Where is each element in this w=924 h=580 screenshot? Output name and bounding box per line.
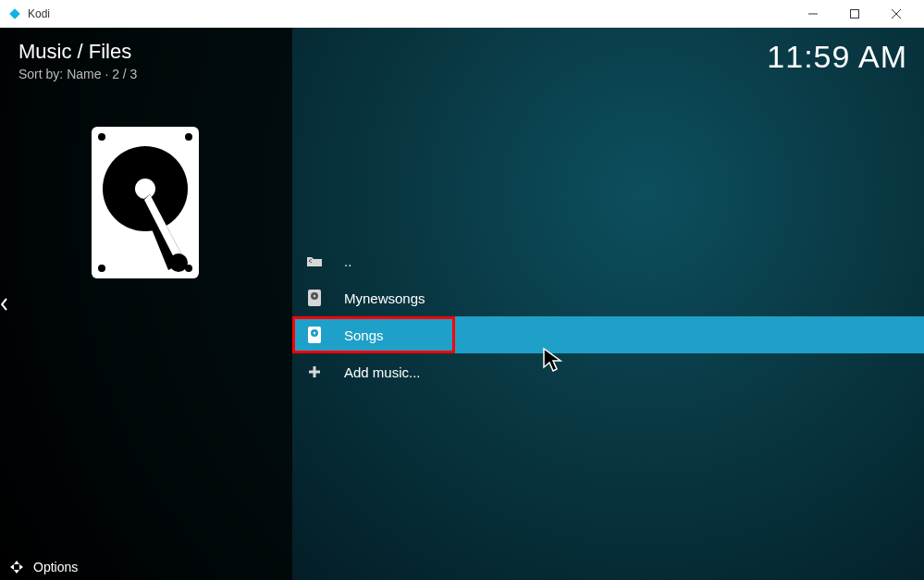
svg-point-6 (185, 133, 192, 141)
svg-rect-1 (850, 9, 858, 18)
list-position: 2 / 3 (112, 67, 137, 81)
close-button[interactable] (875, 0, 917, 28)
sort-label: Sort by: Name (18, 67, 101, 81)
svg-point-10 (135, 179, 155, 199)
list-item-label: Add music... (344, 364, 421, 380)
clock: 11:59 AM (767, 39, 907, 75)
svg-point-5 (98, 133, 105, 141)
list-item-songs[interactable]: Songs (292, 316, 924, 353)
breadcrumb: Music / Files (18, 40, 131, 64)
file-list: .. Mynewsongs Songs Add music... (292, 242, 924, 390)
sort-info: Sort by: Name · 2 / 3 (18, 67, 137, 81)
list-item-label: Mynewsongs (344, 290, 425, 306)
list-item-label: .. (344, 253, 351, 269)
kodi-app-window: Music / Files Sort by: Name · 2 / 3 11:5… (0, 28, 924, 580)
maximize-button[interactable] (833, 0, 875, 28)
options-bar[interactable]: Options (0, 554, 924, 580)
svg-point-14 (314, 295, 315, 297)
window-controls (792, 0, 917, 28)
left-sidebar (0, 28, 292, 580)
music-source-icon (305, 326, 324, 344)
list-item-parent[interactable]: .. (292, 242, 924, 279)
sidebar-handle-icon[interactable] (0, 281, 9, 327)
svg-point-11 (169, 253, 188, 272)
list-item-add-music[interactable]: Add music... (292, 353, 924, 390)
plus-icon (305, 363, 324, 381)
window-title: Kodi (28, 7, 792, 20)
folder-back-icon (305, 252, 324, 270)
options-label: Options (33, 560, 78, 574)
svg-point-7 (98, 265, 105, 272)
music-source-icon (305, 289, 324, 307)
list-item-label: Songs (344, 327, 384, 343)
window-titlebar: Kodi (0, 0, 924, 28)
hard-disk-icon (89, 124, 202, 281)
svg-point-17 (314, 332, 315, 334)
list-item-mynewsongs[interactable]: Mynewsongs (292, 279, 924, 316)
options-icon (9, 560, 24, 574)
minimize-button[interactable] (792, 0, 833, 28)
kodi-app-icon (7, 6, 22, 21)
